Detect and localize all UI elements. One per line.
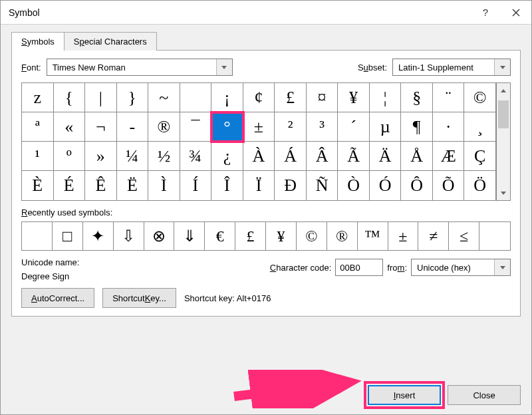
- symbol-cell[interactable]: }: [117, 83, 149, 112]
- symbol-cell[interactable]: ¾: [180, 142, 212, 171]
- symbol-cell[interactable]: Ç: [464, 142, 496, 171]
- recent-symbol-cell[interactable]: £: [235, 222, 266, 250]
- recent-symbol-cell[interactable]: ™: [358, 222, 388, 250]
- symbol-cell[interactable]: ¹: [22, 142, 54, 171]
- symbol-cell[interactable]: º: [54, 142, 86, 171]
- symbol-cell[interactable]: Í: [180, 171, 212, 200]
- symbol-cell[interactable]: Â: [307, 142, 338, 171]
- recent-symbol-cell[interactable]: ⇩: [114, 222, 144, 250]
- symbol-cell[interactable]: Ö: [464, 171, 496, 200]
- symbol-cell[interactable]: z: [22, 83, 54, 112]
- symbol-cell[interactable]: Õ: [433, 171, 465, 200]
- symbol-cell[interactable]: È: [22, 171, 54, 200]
- help-button[interactable]: ?: [470, 1, 501, 25]
- recent-symbol-cell[interactable]: €: [205, 222, 235, 250]
- subset-select[interactable]: Latin-1 Supplement: [392, 59, 511, 76]
- symbol-cell[interactable]: »: [85, 142, 117, 171]
- recent-symbol-cell[interactable]: [479, 222, 510, 250]
- symbol-cell[interactable]: ¸: [464, 112, 496, 142]
- symbol-cell[interactable]: {: [54, 83, 86, 112]
- recent-label: Recently used symbols:Recently used symb…: [21, 208, 112, 217]
- symbol-cell[interactable]: «: [54, 112, 86, 142]
- symbol-cell[interactable]: ´: [338, 112, 370, 142]
- symbol-cell[interactable]: ±: [243, 112, 275, 142]
- insert-button[interactable]: InsertInsert: [368, 385, 441, 405]
- symbol-cell[interactable]: ¡: [211, 83, 243, 112]
- autocorrect-button[interactable]: AutoCorrect...AutoCorrect...: [21, 288, 94, 308]
- shortcut-key-button[interactable]: Shortcut Key...Shortcut Key...: [102, 288, 176, 308]
- recent-symbol-cell[interactable]: ©: [297, 222, 327, 250]
- symbol-cell[interactable]: §: [401, 83, 433, 112]
- font-select[interactable]: Times New Roman: [47, 59, 233, 76]
- recent-symbol-cell[interactable]: [22, 222, 53, 250]
- recent-symbol-cell[interactable]: ⇓: [174, 222, 205, 250]
- symbol-cell[interactable]: |: [85, 83, 117, 112]
- symbol-cell[interactable]: ½: [148, 142, 180, 171]
- recent-symbol-cell[interactable]: ±: [388, 222, 419, 250]
- font-value: Times New Roman: [47, 63, 216, 72]
- symbol-cell[interactable]: Ô: [401, 171, 433, 200]
- recent-symbol-cell[interactable]: ✦: [83, 222, 114, 250]
- symbol-cell[interactable]: Å: [401, 142, 433, 171]
- scroll-track[interactable]: [497, 98, 510, 186]
- symbol-cell[interactable]: °: [211, 112, 243, 142]
- symbol-cell[interactable]: Ò: [338, 171, 370, 200]
- symbol-cell[interactable]: À: [243, 142, 275, 171]
- recent-symbol-cell[interactable]: ¥: [266, 222, 297, 250]
- symbol-cell[interactable]: ¿: [211, 142, 243, 171]
- symbol-cell[interactable]: É: [54, 171, 86, 200]
- from-select[interactable]: Unicode (hex): [411, 259, 511, 276]
- symbol-cell[interactable]: Æ: [433, 142, 465, 171]
- tab-pane: Font:Font: Times New Roman Subset:Subset…: [11, 50, 521, 317]
- symbol-cell[interactable]: Î: [211, 171, 243, 200]
- symbol-cell[interactable]: Á: [275, 142, 307, 171]
- symbol-cell[interactable]: ¬: [85, 112, 117, 142]
- symbol-cell[interactable]: ³: [307, 112, 338, 142]
- symbol-cell[interactable]: ²: [275, 112, 307, 142]
- scroll-down-button[interactable]: [497, 186, 510, 200]
- symbol-cell[interactable]: ®: [148, 112, 180, 142]
- recent-symbol-cell[interactable]: □: [53, 222, 83, 250]
- symbol-cell[interactable]: -: [117, 112, 149, 142]
- symbol-cell[interactable]: Ì: [148, 171, 180, 200]
- symbol-cell[interactable]: ~: [148, 83, 180, 112]
- close-button[interactable]: Close: [448, 385, 521, 405]
- symbol-cell[interactable]: Ó: [370, 171, 402, 200]
- dialog-title: Symbol: [9, 7, 40, 18]
- symbol-cell[interactable]: ¤: [307, 83, 338, 112]
- subset-label: Subset:Subset:: [358, 63, 387, 72]
- symbol-cell[interactable]: ª: [22, 112, 54, 142]
- symbol-cell[interactable]: Ñ: [307, 171, 338, 200]
- tab-symbols[interactable]: SSymbolsymbols: [11, 32, 65, 51]
- scroll-thumb[interactable]: [498, 100, 509, 128]
- char-code-input[interactable]: [335, 259, 383, 276]
- symbol-cell[interactable]: ¦: [370, 83, 402, 112]
- recent-symbol-cell[interactable]: ≠: [418, 222, 449, 250]
- title-bar: Symbol ?: [1, 1, 531, 25]
- symbol-cell[interactable]: ¼: [117, 142, 149, 171]
- symbol-cell[interactable]: ¯: [180, 112, 212, 142]
- symbol-cell[interactable]: ·: [433, 112, 465, 142]
- tab-special-characters[interactable]: Special CharactersSpecial Characters: [64, 32, 157, 51]
- symbol-cell[interactable]: [180, 83, 212, 112]
- scroll-up-button[interactable]: [497, 83, 510, 98]
- symbol-cell[interactable]: ¥: [338, 83, 370, 112]
- close-icon[interactable]: [501, 1, 531, 25]
- recent-symbol-cell[interactable]: ≤: [449, 222, 479, 250]
- symbol-cell[interactable]: Đ: [275, 171, 307, 200]
- symbol-cell[interactable]: £: [275, 83, 307, 112]
- symbol-cell[interactable]: Ë: [117, 171, 149, 200]
- symbol-cell[interactable]: Ä: [370, 142, 402, 171]
- unicode-name-value: Degree Sign: [21, 271, 79, 281]
- symbol-cell[interactable]: ¨: [433, 83, 465, 112]
- scrollbar[interactable]: [496, 82, 511, 201]
- recent-symbol-cell[interactable]: ⊗: [144, 222, 175, 250]
- symbol-cell[interactable]: ©: [464, 83, 496, 112]
- symbol-cell[interactable]: µ: [370, 112, 402, 142]
- recent-symbol-cell[interactable]: ®: [327, 222, 358, 250]
- symbol-cell[interactable]: Ï: [243, 171, 275, 200]
- symbol-cell[interactable]: Ã: [338, 142, 370, 171]
- symbol-cell[interactable]: ¢: [243, 83, 275, 112]
- symbol-cell[interactable]: Ê: [85, 171, 117, 200]
- symbol-cell[interactable]: ¶: [401, 112, 433, 142]
